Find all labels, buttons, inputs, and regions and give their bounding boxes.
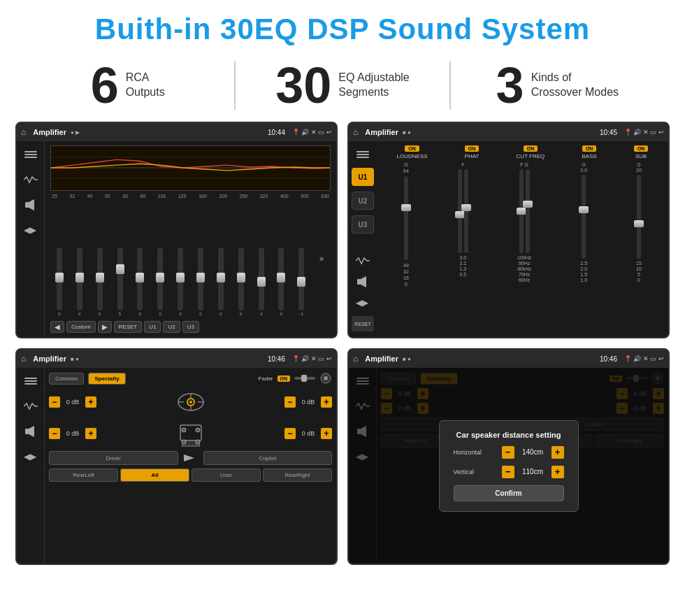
reset-btn-crossover[interactable]: RESET xyxy=(352,316,374,331)
car-diagram-top xyxy=(173,388,208,416)
car-diagram-mid xyxy=(173,420,208,447)
stat-eq: 30 EQ AdjustableSegments xyxy=(243,60,442,110)
screen3-content: ◀▶ Common Specialty Fader ON xyxy=(17,368,336,564)
phat-channel: ON PHAT xyxy=(465,145,480,159)
speaker-icon-2[interactable] xyxy=(354,274,372,289)
eq-icon-3[interactable] xyxy=(22,373,40,389)
vol-plus-1[interactable]: + xyxy=(85,396,96,408)
screen-speaker: ⌂ Amplifier ■ ● 10:46 📍 🔊 ✕ ▭ ↩ ◀▶ xyxy=(15,348,338,565)
eq-icon[interactable] xyxy=(22,147,40,162)
svg-rect-10 xyxy=(25,429,29,434)
horizontal-plus[interactable]: + xyxy=(551,446,564,459)
topbar-time-speaker: 10:46 xyxy=(268,355,285,363)
vol-plus-2[interactable]: + xyxy=(321,396,332,408)
dialog-box: Car speaker distance setting Horizontal … xyxy=(439,420,579,512)
dialog-title: Car speaker distance setting xyxy=(454,431,564,439)
bottom-btns-row1: Driver Copilot xyxy=(49,451,332,465)
settings-icon[interactable] xyxy=(319,372,332,385)
wave-icon-3[interactable] xyxy=(22,399,40,414)
horizontal-minus[interactable]: − xyxy=(502,446,514,459)
vol-val-4: 0 dB xyxy=(298,430,319,437)
specialty-tab[interactable]: Specialty xyxy=(88,373,125,385)
volume-arrows-icon[interactable]: ◀▶ xyxy=(22,222,40,238)
vertical-minus[interactable]: − xyxy=(502,466,514,478)
fader-label: Fader xyxy=(259,375,273,382)
phat-slider: F 3.0 2.1 1.3 0.5 xyxy=(458,162,468,333)
fader-slider[interactable] xyxy=(294,373,315,383)
screen3-sidebar: ◀▶ xyxy=(17,368,45,564)
u3-select-button[interactable]: U3 xyxy=(352,215,374,234)
topbar-title-crossover: Amplifier xyxy=(365,128,398,136)
eq-graph xyxy=(50,145,331,191)
prev-preset-button[interactable]: ◀ xyxy=(50,321,64,333)
horizontal-value: 140cm xyxy=(517,448,549,456)
topbar-speaker: ⌂ Amplifier ■ ● 10:46 📍 🔊 ✕ ▭ ↩ xyxy=(17,350,336,368)
topbar-title-dialog: Amplifier xyxy=(365,354,398,363)
stat-text-rca: RCAOutputs xyxy=(126,71,165,100)
eq-area: 253240506380100125160200250320400500630 … xyxy=(45,141,336,337)
rearleft-button[interactable]: RearLeft xyxy=(49,468,118,482)
screen2-content: U1 U2 U3 ◀▶ RESET xyxy=(349,141,668,337)
horizontal-control: − 140cm + xyxy=(502,446,564,459)
wave-icon-2[interactable] xyxy=(354,253,372,268)
custom-preset-button[interactable]: Custom xyxy=(66,321,96,333)
all-button[interactable]: All xyxy=(120,468,189,482)
slider-13: -1 xyxy=(292,248,310,316)
dialog-overlay: Car speaker distance setting Horizontal … xyxy=(349,368,668,564)
speaker-icon-3[interactable] xyxy=(22,424,40,439)
topbar-dots-crossover: ■ ● xyxy=(403,129,411,136)
reset-button[interactable]: RESET xyxy=(114,321,143,333)
vol-minus-2[interactable]: − xyxy=(284,396,296,408)
dialog-vertical-row: Vertical − 110cm + xyxy=(454,466,564,478)
common-tab[interactable]: Common xyxy=(49,373,84,385)
speaker-tabs-row: Common Specialty Fader ON xyxy=(49,372,332,385)
loudness-channel: ON LOUDNESS xyxy=(397,145,428,159)
screens-grid: ⌂ Amplifier ● ▶ 10:44 📍 🔊 ✕ ▭ ↩ ◀▶ xyxy=(0,122,685,572)
volume-row-1: − 0 dB + − 0 dB xyxy=(49,388,332,416)
slider-1: 0 xyxy=(50,248,68,316)
vol-ctrl-3: − 0 dB + xyxy=(49,428,96,439)
u1-button[interactable]: U1 xyxy=(144,321,161,333)
fader-toggle[interactable]: ON xyxy=(277,375,291,382)
eq-icon-2[interactable] xyxy=(354,147,372,162)
copilot-button[interactable]: Copilot xyxy=(203,451,333,465)
svg-rect-14 xyxy=(301,375,307,382)
svg-point-16 xyxy=(324,376,328,380)
volume-arrows-icon-2[interactable]: ◀▶ xyxy=(354,295,372,310)
wave-icon[interactable] xyxy=(22,172,40,187)
vol-plus-3[interactable]: + xyxy=(85,428,96,439)
vol-plus-4[interactable]: + xyxy=(321,428,332,439)
svg-rect-7 xyxy=(357,279,361,285)
slider-7: 0 xyxy=(171,248,189,316)
expand-icon[interactable]: » xyxy=(312,254,331,264)
vol-val-3: 0 dB xyxy=(62,430,83,437)
arrow-left-icon[interactable] xyxy=(180,451,201,465)
confirm-button[interactable]: Confirm xyxy=(454,485,564,501)
next-preset-button[interactable]: ▶ xyxy=(98,321,112,333)
vol-minus-4[interactable]: − xyxy=(284,428,296,439)
screen1-sidebar: ◀▶ xyxy=(17,141,45,337)
speaker-icon[interactable] xyxy=(22,197,40,213)
vol-minus-1[interactable]: − xyxy=(49,396,60,408)
driver-button[interactable]: Driver xyxy=(49,451,178,465)
u1-select-button[interactable]: U1 xyxy=(352,168,374,186)
u3-button[interactable]: U3 xyxy=(182,321,199,333)
slider-9: 0 xyxy=(212,248,230,316)
vertical-control: − 110cm + xyxy=(502,466,564,478)
svg-text:◀▶: ◀▶ xyxy=(24,225,37,235)
u2-button[interactable]: U2 xyxy=(163,321,180,333)
vol-minus-3[interactable]: − xyxy=(49,428,60,439)
u2-select-button[interactable]: U2 xyxy=(352,192,374,210)
screen4-content: ◀▶ Common Specialty ON xyxy=(349,368,668,564)
loudness-slider: G 64 48 32 16 0 xyxy=(403,162,409,333)
freq-labels: 253240506380100125160200250320400500630 xyxy=(50,194,331,199)
stat-divider-2 xyxy=(449,61,451,110)
rearright-button[interactable]: RearRight xyxy=(263,468,332,482)
vertical-plus[interactable]: + xyxy=(551,466,564,478)
slider-8: 0 xyxy=(192,248,210,316)
topbar-icons-speaker: 📍 🔊 ✕ ▭ ↩ xyxy=(292,355,332,362)
stat-rca: 6 RCAOutputs xyxy=(28,60,227,110)
user-button[interactable]: User xyxy=(192,468,261,482)
volume-arrows-icon-3[interactable]: ◀▶ xyxy=(22,449,40,464)
stat-number-eq: 30 xyxy=(275,60,331,110)
